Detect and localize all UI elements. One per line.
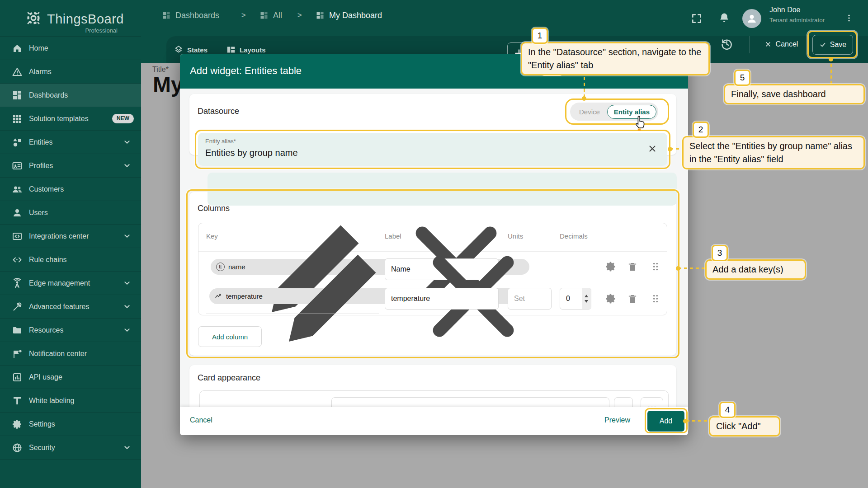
dashboard-grid-icon <box>316 11 325 20</box>
units-input[interactable] <box>508 288 552 310</box>
dialog-title: Add widget: Entities table <box>190 65 302 77</box>
thingsboard-app: ThingsBoard Professional Home Alarms Das… <box>0 0 868 488</box>
chevron-down-icon <box>122 301 132 311</box>
dashboard-grid-icon <box>259 11 269 20</box>
stepper-down-icon[interactable] <box>585 300 588 303</box>
home-icon <box>12 43 23 54</box>
edge-management-icon <box>12 278 23 289</box>
sidebar-item-alarms[interactable]: Alarms <box>0 60 141 84</box>
clear-alias-icon[interactable] <box>647 144 657 154</box>
sidebar-item-security[interactable]: Security <box>0 436 141 460</box>
breadcrumb-all[interactable]: All <box>259 0 282 31</box>
chevron-down-icon <box>122 231 132 241</box>
dialog-footer: Cancel Preview Add <box>180 407 688 435</box>
sidebar-item-profiles[interactable]: Profiles <box>0 154 141 178</box>
columns-section: Columns Key Label Units Decimals E name <box>189 192 676 356</box>
connector-dot-1 <box>582 96 586 101</box>
callout-number-4: 4 <box>719 402 736 418</box>
sidebar-item-notification-center[interactable]: Notification center <box>0 342 141 366</box>
more-menu-button[interactable] <box>844 12 854 24</box>
connector-dot-3 <box>676 266 680 271</box>
dashboard-title-value: My <box>153 72 183 97</box>
column-settings-gear-icon[interactable] <box>605 293 617 305</box>
label-input-temperature[interactable] <box>385 288 499 310</box>
breadcrumb-separator: > <box>241 0 245 31</box>
preview-button[interactable]: Preview <box>604 416 630 424</box>
dialog-cancel-button[interactable]: Cancel <box>190 416 212 424</box>
sidebar-item-api-usage[interactable]: API usage <box>0 366 141 389</box>
sidebar-item-settings[interactable]: Settings <box>0 413 141 436</box>
sidebar-item-entities[interactable]: Entities <box>0 131 141 154</box>
rule-chains-icon <box>12 254 23 265</box>
resources-icon <box>12 325 23 336</box>
thingsboard-logo-icon <box>24 8 43 28</box>
advanced-features-icon <box>12 301 23 312</box>
callout-1: In the "Datasource" section, navigate to… <box>521 42 710 75</box>
sidebar: ThingsBoard Professional Home Alarms Das… <box>0 0 141 488</box>
settings-gear-icon <box>12 419 23 430</box>
white-labeling-icon <box>12 395 23 406</box>
add-widget-dialog: Add widget: Entities table Datasource De… <box>180 54 688 435</box>
connector-3 <box>678 267 706 269</box>
delete-column-icon[interactable] <box>627 293 638 305</box>
add-column-button[interactable]: Add column <box>198 326 262 347</box>
breadcrumb-separator: > <box>297 0 302 31</box>
connector-5 <box>830 58 832 84</box>
timeseries-icon <box>215 292 222 300</box>
brand-name: ThingsBoard <box>47 12 124 27</box>
entity-alias-field[interactable] <box>208 173 677 206</box>
stepper-up-icon[interactable] <box>585 295 588 297</box>
dashboard-grid-icon <box>162 11 171 20</box>
sidebar-item-customers[interactable]: Customers <box>0 178 141 201</box>
device-tab[interactable]: Device <box>572 108 607 116</box>
chevron-down-icon <box>122 278 132 288</box>
edit-key-icon[interactable] <box>266 229 402 364</box>
sidebar-item-white-labeling[interactable]: White labeling <box>0 389 141 413</box>
entity-alias-tab[interactable]: Entity alias <box>607 105 656 119</box>
drag-handle-icon[interactable] <box>650 261 661 272</box>
sidebar-item-integrations-center[interactable]: Integrations center <box>0 225 141 248</box>
save-dashboard-button[interactable]: Save <box>812 35 853 55</box>
security-icon <box>12 442 23 453</box>
brand-subtitle: Professional <box>0 27 118 34</box>
history-button[interactable] <box>720 37 733 51</box>
user-avatar[interactable] <box>742 9 761 28</box>
cancel-edit-button[interactable]: Cancel <box>758 35 805 54</box>
breadcrumb-my-dashboard[interactable]: My Dashboard <box>316 0 382 31</box>
brand-logo[interactable]: ThingsBoard Professional <box>0 0 141 37</box>
api-usage-icon <box>12 372 23 383</box>
sidebar-item-edge-management[interactable]: Edge management <box>0 272 141 295</box>
sidebar-item-resources[interactable]: Resources <box>0 319 141 342</box>
chevron-down-icon <box>122 160 132 170</box>
profiles-icon <box>12 160 23 171</box>
sidebar-item-home[interactable]: Home <box>0 37 141 60</box>
entity-alias-field[interactable]: Entity alias* Entities by group name <box>198 133 667 166</box>
sidebar-item-advanced-features[interactable]: Advanced features <box>0 295 141 319</box>
sidebar-item-users[interactable]: Users <box>0 201 141 225</box>
delete-column-icon[interactable] <box>627 261 638 272</box>
columns-table: Key Label Units Decimals E name <box>198 223 667 315</box>
connector-1 <box>584 77 585 99</box>
callout-3: Add a data key(s) <box>705 259 806 280</box>
sidebar-item-solution-templates[interactable]: Solution templates NEW <box>0 107 141 131</box>
connector-dot-4 <box>683 419 688 423</box>
mouse-cursor-hand-icon <box>634 115 647 131</box>
callout-number-5: 5 <box>734 70 750 86</box>
column-settings-gear-icon[interactable] <box>605 261 617 272</box>
column-header-key: Key <box>206 232 218 240</box>
sidebar-item-rule-chains[interactable]: Rule chains <box>0 248 141 272</box>
chevron-down-icon <box>122 442 132 452</box>
fullscreen-button[interactable] <box>691 13 703 24</box>
column-header-decimals: Decimals <box>560 232 588 240</box>
callout-number-1: 1 <box>532 28 548 44</box>
dialog-add-button[interactable]: Add <box>647 411 684 432</box>
chevron-down-icon <box>122 325 132 335</box>
sidebar-item-dashboards[interactable]: Dashboards <box>0 84 141 107</box>
entities-icon <box>12 137 23 148</box>
alarms-icon <box>12 66 23 77</box>
person-icon <box>745 12 759 25</box>
notifications-bell-button[interactable] <box>718 12 731 24</box>
breadcrumb-dashboards[interactable]: Dashboards <box>162 0 219 31</box>
stepper-arrows[interactable] <box>582 288 591 309</box>
drag-handle-icon[interactable] <box>650 293 661 305</box>
